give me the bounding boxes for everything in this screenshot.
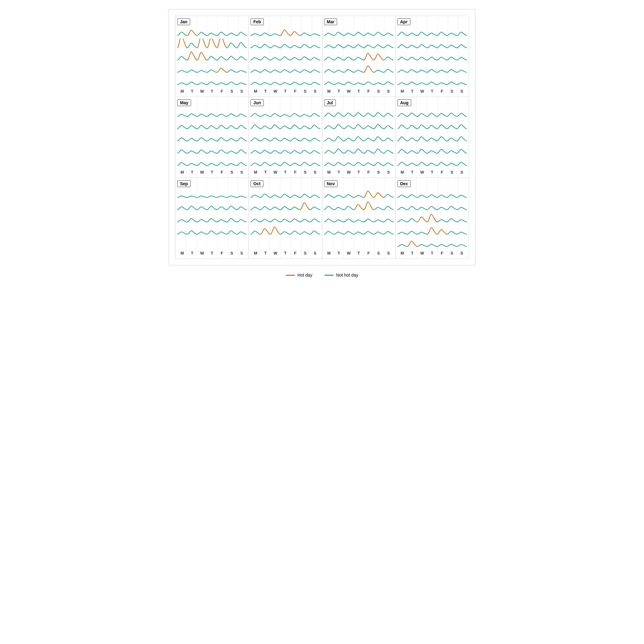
day-label-4: F — [437, 251, 447, 255]
week-row-4 — [324, 237, 393, 250]
week-row-2 — [251, 51, 320, 63]
week-rows — [251, 188, 320, 250]
day-label-2: W — [197, 251, 207, 255]
day-label-3: T — [280, 251, 290, 255]
week-rows — [324, 107, 393, 169]
day-label-6: S — [383, 89, 393, 94]
day-label-1: T — [261, 251, 270, 255]
day-label-1: T — [407, 251, 417, 255]
day-label-0: M — [177, 89, 187, 94]
day-label-6: S — [457, 89, 467, 94]
day-label-2: W — [197, 170, 207, 174]
cool-label: Not hot day — [336, 273, 358, 278]
day-label-5: S — [447, 89, 457, 94]
week-rows — [397, 26, 467, 88]
legend: Hot day Not hot day — [286, 273, 358, 278]
month-cell-jun: JunMTWTFSS — [249, 97, 322, 178]
week-row-4 — [324, 75, 393, 88]
day-labels: MTWTFSS — [177, 169, 247, 175]
day-label-6: S — [383, 170, 393, 174]
day-label-4: F — [364, 89, 374, 94]
day-label-0: M — [324, 251, 334, 255]
day-label-1: T — [187, 89, 197, 94]
week-row-3 — [324, 225, 393, 237]
day-label-4: F — [290, 170, 300, 174]
day-label-4: F — [437, 170, 447, 174]
day-label-6: S — [310, 251, 320, 255]
week-row-1 — [397, 201, 467, 213]
month-label-oct: Oct — [251, 180, 263, 187]
day-label-4: F — [437, 89, 447, 94]
month-cell-may: MayMTWTFSS — [175, 97, 249, 178]
week-row-3 — [177, 225, 247, 237]
cool-day-legend: Not hot day — [324, 273, 358, 278]
week-row-1 — [397, 39, 467, 51]
week-row-4 — [177, 156, 247, 169]
day-label-6: S — [383, 251, 393, 255]
week-row-1 — [324, 39, 393, 51]
month-label-feb: Feb — [251, 18, 264, 25]
month-cell-nov: NovMTWTFSS — [322, 178, 396, 259]
day-label-1: T — [334, 251, 344, 255]
day-label-3: T — [427, 251, 437, 255]
week-rows — [177, 107, 247, 169]
day-label-6: S — [237, 170, 247, 174]
day-label-0: M — [177, 170, 187, 174]
week-rows — [177, 26, 247, 88]
week-row-0 — [177, 107, 247, 120]
week-row-1 — [177, 120, 247, 132]
month-cell-dec: DecMTWTFSS — [396, 178, 469, 259]
day-labels: MTWTFSS — [251, 250, 320, 256]
day-label-3: T — [354, 251, 363, 255]
day-label-4: F — [364, 251, 374, 255]
day-labels: MTWTFSS — [324, 250, 393, 256]
week-row-2 — [324, 213, 393, 225]
day-label-5: S — [374, 170, 383, 174]
week-row-4 — [177, 75, 247, 88]
week-row-0 — [397, 26, 467, 39]
week-row-3 — [324, 144, 393, 156]
week-row-4 — [177, 237, 247, 250]
day-label-0: M — [251, 170, 260, 174]
day-label-5: S — [447, 170, 457, 174]
month-cell-aug: AugMTWTFSS — [396, 97, 469, 178]
week-row-2 — [324, 51, 393, 63]
day-label-0: M — [177, 251, 187, 255]
week-rows — [324, 188, 393, 250]
day-label-2: W — [417, 251, 427, 255]
day-label-1: T — [261, 170, 270, 174]
week-rows — [397, 188, 467, 250]
week-row-2 — [177, 132, 247, 144]
week-row-3 — [397, 225, 467, 237]
week-row-1 — [251, 201, 320, 213]
day-label-1: T — [407, 89, 417, 94]
day-labels: MTWTFSS — [251, 169, 320, 175]
day-label-2: W — [270, 170, 280, 174]
week-row-4 — [251, 75, 320, 88]
day-label-2: W — [270, 251, 280, 255]
day-label-3: T — [207, 170, 217, 174]
month-label-sep: Sep — [177, 180, 191, 187]
day-label-5: S — [374, 251, 383, 255]
day-label-4: F — [217, 251, 227, 255]
day-labels: MTWTFSS — [324, 169, 393, 175]
week-row-3 — [324, 63, 393, 75]
day-label-2: W — [344, 89, 354, 94]
day-label-2: W — [417, 89, 427, 94]
day-label-3: T — [354, 170, 363, 174]
day-labels: MTWTFSS — [177, 250, 247, 256]
day-label-3: T — [207, 251, 217, 255]
day-labels: MTWTFSS — [397, 250, 467, 256]
chart-container: JanMTWTFSSFebMTWTFSSMarMTWTFSSAprMTWTFSS… — [169, 9, 475, 265]
week-row-2 — [251, 213, 320, 225]
day-label-5: S — [300, 89, 310, 94]
day-label-4: F — [217, 89, 227, 94]
week-row-2 — [251, 132, 320, 144]
day-label-0: M — [324, 89, 334, 94]
week-row-0 — [251, 107, 320, 120]
week-row-0 — [324, 26, 393, 39]
month-label-aug: Aug — [397, 99, 411, 106]
day-label-0: M — [251, 89, 260, 94]
week-row-0 — [177, 188, 247, 201]
day-label-2: W — [344, 251, 354, 255]
